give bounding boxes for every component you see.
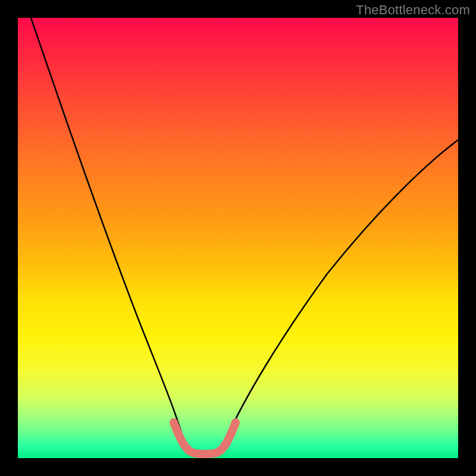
curve-bottom-dip bbox=[174, 422, 236, 454]
watermark-text: TheBottleneck.com bbox=[356, 2, 470, 18]
chart-frame: TheBottleneck.com bbox=[0, 0, 476, 476]
curve-right-ascent bbox=[226, 140, 458, 439]
curve-left-descent bbox=[31, 18, 183, 439]
plot-area bbox=[18, 18, 458, 458]
curve-overlay bbox=[18, 18, 458, 458]
